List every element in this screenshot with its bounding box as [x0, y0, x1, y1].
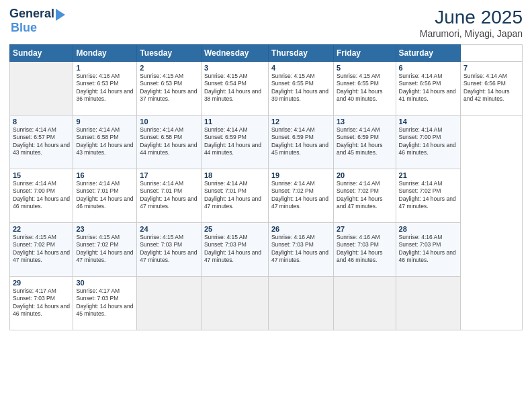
empty-cell	[10, 62, 73, 116]
table-row: 11Sunrise: 4:14 AMSunset: 6:59 PMDayligh…	[201, 116, 268, 169]
day-number: 14	[399, 118, 457, 126]
day-info: Sunrise: 4:15 AMSunset: 7:02 PMDaylight:…	[13, 234, 70, 265]
logo: General Blue	[9, 7, 65, 35]
day-number: 17	[140, 171, 198, 179]
day-info: Sunrise: 4:14 AMSunset: 7:00 PMDaylight:…	[13, 180, 70, 211]
table-row: 23Sunrise: 4:15 AMSunset: 7:02 PMDayligh…	[73, 223, 137, 277]
day-info: Sunrise: 4:15 AMSunset: 6:53 PMDaylight:…	[140, 73, 198, 103]
day-number: 13	[337, 118, 393, 126]
table-row: 28Sunrise: 4:16 AMSunset: 7:03 PMDayligh…	[396, 223, 460, 277]
table-row: 24Sunrise: 4:15 AMSunset: 7:03 PMDayligh…	[137, 223, 202, 277]
table-row: 10Sunrise: 4:14 AMSunset: 6:58 PMDayligh…	[137, 116, 202, 169]
calendar-header-row: Sunday Monday Tuesday Wednesday Thursday…	[10, 45, 523, 62]
table-row: 29Sunrise: 4:17 AMSunset: 7:03 PMDayligh…	[10, 277, 73, 330]
day-number: 29	[13, 279, 70, 287]
day-number: 30	[76, 279, 134, 287]
day-number: 10	[140, 118, 198, 126]
day-info: Sunrise: 4:15 AMSunset: 6:54 PMDaylight:…	[204, 73, 265, 103]
day-info: Sunrise: 4:16 AMSunset: 6:53 PMDaylight:…	[76, 73, 134, 103]
day-info: Sunrise: 4:15 AMSunset: 7:02 PMDaylight:…	[76, 234, 134, 265]
table-row: 3Sunrise: 4:15 AMSunset: 6:54 PMDaylight…	[201, 62, 268, 116]
col-tuesday: Tuesday	[137, 45, 202, 62]
day-number: 18	[204, 171, 265, 179]
day-number: 24	[140, 225, 198, 233]
col-monday: Monday	[73, 45, 137, 62]
day-number: 16	[76, 171, 134, 179]
day-info: Sunrise: 4:14 AMSunset: 6:58 PMDaylight:…	[76, 126, 134, 157]
day-number: 8	[13, 118, 70, 126]
table-row: 18Sunrise: 4:14 AMSunset: 7:01 PMDayligh…	[201, 169, 268, 223]
col-thursday: Thursday	[268, 45, 333, 62]
day-number: 6	[399, 64, 457, 72]
table-row: 8Sunrise: 4:14 AMSunset: 6:57 PMDaylight…	[10, 116, 73, 169]
day-number: 25	[204, 225, 265, 233]
day-info: Sunrise: 4:15 AMSunset: 7:03 PMDaylight:…	[204, 234, 265, 265]
day-number: 27	[337, 225, 393, 233]
table-row: 19Sunrise: 4:14 AMSunset: 7:02 PMDayligh…	[268, 169, 333, 223]
day-number: 2	[140, 64, 198, 72]
col-wednesday: Wednesday	[201, 45, 268, 62]
day-number: 11	[204, 118, 265, 126]
table-row: 4Sunrise: 4:15 AMSunset: 6:55 PMDaylight…	[268, 62, 333, 116]
table-row	[268, 277, 333, 330]
logo-arrow-icon	[56, 9, 65, 21]
col-sunday: Sunday	[10, 45, 73, 62]
day-info: Sunrise: 4:15 AMSunset: 7:03 PMDaylight:…	[140, 234, 198, 265]
table-row	[333, 277, 396, 330]
table-row: 16Sunrise: 4:14 AMSunset: 7:01 PMDayligh…	[73, 169, 137, 223]
table-row: 5Sunrise: 4:15 AMSunset: 6:55 PMDaylight…	[333, 62, 396, 116]
table-row: 13Sunrise: 4:14 AMSunset: 6:59 PMDayligh…	[333, 116, 396, 169]
day-info: Sunrise: 4:14 AMSunset: 7:01 PMDaylight:…	[204, 180, 265, 211]
day-number: 26	[271, 225, 330, 233]
table-row: 30Sunrise: 4:17 AMSunset: 7:03 PMDayligh…	[73, 277, 137, 330]
table-row: 7Sunrise: 4:14 AMSunset: 6:56 PMDaylight…	[461, 62, 523, 116]
day-number: 4	[271, 64, 330, 72]
day-info: Sunrise: 4:14 AMSunset: 6:59 PMDaylight:…	[204, 126, 265, 157]
day-number: 9	[76, 118, 134, 126]
day-info: Sunrise: 4:14 AMSunset: 7:02 PMDaylight:…	[337, 180, 393, 211]
day-info: Sunrise: 4:17 AMSunset: 7:03 PMDaylight:…	[76, 287, 134, 318]
day-info: Sunrise: 4:14 AMSunset: 6:59 PMDaylight:…	[337, 126, 393, 157]
title-block: June 2025 Marumori, Miyagi, Japan	[420, 7, 523, 39]
day-number: 23	[76, 225, 134, 233]
calendar-title: June 2025	[420, 7, 523, 28]
day-info: Sunrise: 4:14 AMSunset: 6:56 PMDaylight:…	[463, 73, 519, 103]
day-number: 1	[76, 64, 134, 72]
page-header: General Blue June 2025 Marumori, Miyagi,…	[9, 7, 523, 39]
calendar-subtitle: Marumori, Miyagi, Japan	[420, 28, 523, 39]
table-row: 27Sunrise: 4:16 AMSunset: 7:03 PMDayligh…	[333, 223, 396, 277]
day-number: 20	[337, 171, 393, 179]
day-number: 12	[271, 118, 330, 126]
day-number: 28	[399, 225, 457, 233]
table-row: 14Sunrise: 4:14 AMSunset: 7:00 PMDayligh…	[396, 116, 460, 169]
table-row: 9Sunrise: 4:14 AMSunset: 6:58 PMDaylight…	[73, 116, 137, 169]
table-row: 15Sunrise: 4:14 AMSunset: 7:00 PMDayligh…	[10, 169, 73, 223]
day-info: Sunrise: 4:14 AMSunset: 6:59 PMDaylight:…	[271, 126, 330, 157]
day-number: 7	[463, 64, 519, 72]
table-row	[137, 277, 202, 330]
table-row: 20Sunrise: 4:14 AMSunset: 7:02 PMDayligh…	[333, 169, 396, 223]
day-info: Sunrise: 4:14 AMSunset: 7:02 PMDaylight:…	[399, 180, 457, 211]
day-info: Sunrise: 4:14 AMSunset: 7:01 PMDaylight:…	[140, 180, 198, 211]
table-row	[201, 277, 268, 330]
day-info: Sunrise: 4:16 AMSunset: 7:03 PMDaylight:…	[337, 234, 393, 265]
day-info: Sunrise: 4:14 AMSunset: 7:02 PMDaylight:…	[271, 180, 330, 211]
day-number: 15	[13, 171, 70, 179]
day-info: Sunrise: 4:14 AMSunset: 6:58 PMDaylight:…	[140, 126, 198, 157]
col-saturday: Saturday	[396, 45, 460, 62]
table-row: 22Sunrise: 4:15 AMSunset: 7:02 PMDayligh…	[10, 223, 73, 277]
day-info: Sunrise: 4:14 AMSunset: 6:56 PMDaylight:…	[399, 73, 457, 103]
day-info: Sunrise: 4:14 AMSunset: 7:01 PMDaylight:…	[76, 180, 134, 211]
day-number: 22	[13, 225, 70, 233]
day-number: 3	[204, 64, 265, 72]
table-row: 21Sunrise: 4:14 AMSunset: 7:02 PMDayligh…	[396, 169, 460, 223]
day-number: 19	[271, 171, 330, 179]
day-info: Sunrise: 4:14 AMSunset: 6:57 PMDaylight:…	[13, 126, 70, 157]
day-info: Sunrise: 4:15 AMSunset: 6:55 PMDaylight:…	[337, 73, 393, 103]
day-info: Sunrise: 4:17 AMSunset: 7:03 PMDaylight:…	[13, 287, 70, 318]
table-row: 25Sunrise: 4:15 AMSunset: 7:03 PMDayligh…	[201, 223, 268, 277]
day-info: Sunrise: 4:16 AMSunset: 7:03 PMDaylight:…	[271, 234, 330, 265]
table-row: 1Sunrise: 4:16 AMSunset: 6:53 PMDaylight…	[73, 62, 137, 116]
logo-blue: Blue	[11, 21, 37, 35]
logo-general: General	[9, 7, 54, 21]
